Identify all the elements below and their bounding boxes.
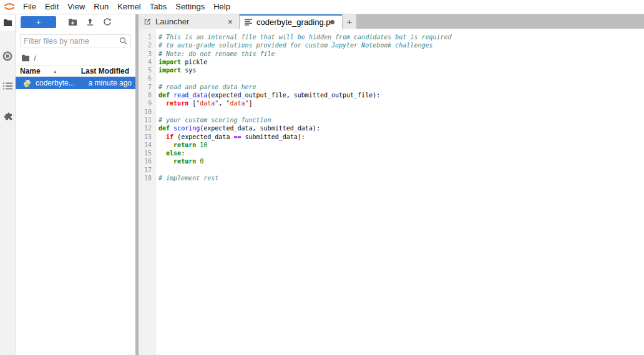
tab-coderbyte-label: coderbyte_grading.py xyxy=(256,17,330,27)
code-line: return 0 xyxy=(159,157,644,165)
code-line: # Note: do not rename this file xyxy=(159,50,644,58)
line-number: 15 xyxy=(139,149,152,157)
menu-item-edit[interactable]: Edit xyxy=(41,0,63,14)
code-line: if (expected_data == submitted_data): xyxy=(159,133,644,141)
line-number: 1 xyxy=(139,33,152,41)
sidebar-item-running-kernels[interactable] xyxy=(0,48,15,64)
column-header-last-modified[interactable]: Last Modified xyxy=(81,67,129,75)
add-tab-button[interactable]: + xyxy=(343,14,356,29)
code-line: # This is an internal file that will be … xyxy=(159,33,644,41)
code-line xyxy=(159,74,644,82)
line-number: 11 xyxy=(139,116,152,124)
new-launcher-button[interactable]: + xyxy=(21,16,56,28)
line-number: 9 xyxy=(139,99,152,107)
line-number: 12 xyxy=(139,124,152,132)
line-number: 8 xyxy=(139,91,152,99)
code-line: # your custom scoring function xyxy=(159,116,644,124)
line-number: 10 xyxy=(139,108,152,116)
jupyter-logo-icon xyxy=(0,1,19,12)
listing-header: Name ▲ Last Modified xyxy=(16,66,135,77)
line-number: 3 xyxy=(139,50,152,58)
menu-item-view[interactable]: View xyxy=(63,0,89,14)
search-icon xyxy=(119,37,127,45)
code-line: # implement rest xyxy=(159,174,644,182)
line-number-gutter: 123456789101112131415161718 xyxy=(139,29,156,355)
line-number: 6 xyxy=(139,74,152,82)
menu-item-file[interactable]: File xyxy=(19,0,41,14)
tab-coderbyte-grading[interactable]: coderbyte_grading.py xyxy=(240,14,342,29)
refresh-button[interactable] xyxy=(99,16,116,28)
menu-item-kernel[interactable]: Kernel xyxy=(113,0,145,14)
stop-circle-icon xyxy=(2,51,12,61)
line-number: 4 xyxy=(139,58,152,66)
menu-item-run[interactable]: Run xyxy=(89,0,113,14)
puzzle-icon xyxy=(3,112,12,121)
line-number: 7 xyxy=(139,83,152,91)
new-folder-button[interactable] xyxy=(64,16,81,28)
upload-button[interactable] xyxy=(81,16,99,28)
dock-tab-bar: Launcher × coderbyte_grading.py xyxy=(139,14,644,29)
code-line: # to auto-grade solutions provided for c… xyxy=(159,41,644,49)
code-line: import pickle xyxy=(159,58,644,66)
sidebar-item-extensions[interactable] xyxy=(0,108,15,124)
line-number: 13 xyxy=(139,133,152,141)
list-icon xyxy=(3,82,12,90)
file-last-modified: a minute ago xyxy=(89,79,132,87)
line-number: 16 xyxy=(139,157,152,165)
folder-icon xyxy=(3,19,12,27)
tab-close-icon[interactable]: × xyxy=(227,17,234,26)
unsaved-changes-dot xyxy=(330,20,334,24)
filter-box xyxy=(20,34,131,47)
python-file-icon xyxy=(23,79,31,87)
tab-launcher[interactable]: Launcher × xyxy=(139,14,240,29)
line-number: 14 xyxy=(139,141,152,149)
left-sidebar xyxy=(0,14,16,355)
launcher-icon xyxy=(144,18,151,26)
file-row-coderbyte[interactable]: coderbyte... a minute ago xyxy=(16,77,135,89)
filter-files-input[interactable] xyxy=(24,37,119,46)
code-line xyxy=(159,108,644,116)
menu-items: FileEditViewRunKernelTabsSettingsHelp xyxy=(19,0,235,14)
breadcrumb: / xyxy=(16,53,135,63)
file-browser-panel: + / xyxy=(16,14,135,355)
line-number: 18 xyxy=(139,174,152,182)
line-number: 5 xyxy=(139,66,152,74)
code-line: else: xyxy=(159,149,644,157)
code-line: import sys xyxy=(159,66,644,74)
sidebar-item-commands[interactable] xyxy=(0,78,15,94)
file-browser-toolbar: + xyxy=(16,14,135,29)
code-lines: # This is an internal file that will be … xyxy=(156,29,644,355)
sidebar-item-file-browser[interactable] xyxy=(0,14,15,31)
code-line: # read and parse data here xyxy=(159,83,644,91)
menu-item-help[interactable]: Help xyxy=(209,0,235,14)
sort-ascending-icon: ▲ xyxy=(53,69,57,74)
code-line: return ["data", "data"] xyxy=(159,99,644,107)
breadcrumb-root[interactable]: / xyxy=(34,54,36,63)
code-line: def read_data(expected_output_file, subm… xyxy=(159,91,644,99)
code-line: def scoring(expected_data, submitted_dat… xyxy=(159,124,644,132)
file-name: coderbyte... xyxy=(36,79,75,87)
line-number: 17 xyxy=(139,166,152,174)
text-file-icon xyxy=(245,19,252,26)
code-line xyxy=(159,166,644,174)
jupyterlab-window: FileEditViewRunKernelTabsSettingsHelp xyxy=(0,0,644,355)
column-header-name[interactable]: Name xyxy=(20,67,41,75)
code-editor[interactable]: 123456789101112131415161718 # This is an… xyxy=(139,29,644,355)
menu-item-tabs[interactable]: Tabs xyxy=(145,0,171,14)
tab-launcher-label: Launcher xyxy=(155,17,189,26)
home-folder-icon[interactable] xyxy=(21,54,30,62)
editor-pane: Launcher × coderbyte_grading.py xyxy=(139,14,644,355)
menu-item-settings[interactable]: Settings xyxy=(171,0,209,14)
menu-bar: FileEditViewRunKernelTabsSettingsHelp xyxy=(0,0,644,14)
code-line: return 10 xyxy=(159,141,644,149)
line-number: 2 xyxy=(139,41,152,49)
